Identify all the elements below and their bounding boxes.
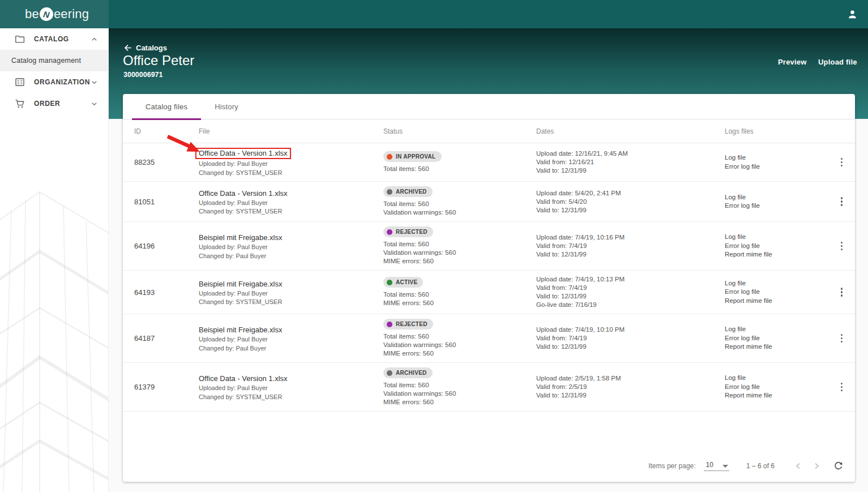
status-detail: Total items: 560 bbox=[383, 381, 536, 390]
log-file-link[interactable]: Log file bbox=[725, 153, 836, 162]
table-row[interactable]: 61379 Office Data - Version 1.xlsx Uploa… bbox=[123, 363, 855, 412]
date-line: Go-live date: 7/16/19 bbox=[536, 301, 725, 309]
refresh-button[interactable] bbox=[829, 457, 847, 475]
upload-file-button[interactable]: Upload file bbox=[816, 57, 860, 67]
status-badge: ACTIVE bbox=[383, 277, 423, 288]
log-file-link[interactable]: Log file bbox=[725, 279, 836, 288]
back-to-catalogs-link[interactable]: Catalogs bbox=[123, 44, 167, 52]
catalog-files-card: Catalog files History ID File Status Dat… bbox=[123, 94, 855, 482]
log-file-link[interactable]: Report mime file bbox=[725, 250, 836, 259]
uploaded-by: Uploaded by: Paul Buyer bbox=[199, 289, 383, 298]
table-row[interactable]: 64196 Beispiel mit Freigabe.xlsx Uploade… bbox=[123, 222, 855, 271]
changed-by: Changed by: Paul Buyer bbox=[199, 344, 383, 353]
sidebar-item-catalog-management[interactable]: Catalog management bbox=[0, 50, 108, 71]
chevron-down-icon bbox=[91, 79, 98, 86]
log-file-link[interactable]: Report mime file bbox=[725, 391, 836, 400]
date-line: Valid to: 12/31/99 bbox=[536, 166, 725, 175]
log-file-link[interactable]: Log file bbox=[725, 325, 836, 334]
kebab-menu-icon[interactable] bbox=[837, 194, 846, 209]
status-label: ACTIVE bbox=[396, 279, 417, 285]
page-size-select[interactable]: 10 bbox=[704, 461, 729, 471]
table-row[interactable]: 64193 Beispiel mit Freigabe.xlsx Uploade… bbox=[123, 271, 855, 314]
chevron-left-icon bbox=[794, 462, 802, 470]
table-row[interactable]: 81051 Office Data - Version 1.xlsx Uploa… bbox=[123, 182, 855, 222]
cart-icon bbox=[15, 99, 25, 109]
status-detail: Validation warrnings: 560 bbox=[383, 390, 536, 398]
status-badge: REJECTED bbox=[383, 226, 433, 237]
log-file-link[interactable]: Log file bbox=[725, 374, 836, 383]
sidebar-item-organization[interactable]: ORGANIZATION bbox=[0, 71, 108, 93]
date-line: Valid to: 12/31/99 bbox=[536, 391, 725, 400]
kebab-menu-icon[interactable] bbox=[837, 331, 846, 346]
tab-history[interactable]: History bbox=[201, 94, 252, 119]
file-name: Office Data - Version 1.xlsx bbox=[199, 189, 288, 198]
row-id: 64187 bbox=[134, 334, 199, 343]
status-detail: Total items: 560 bbox=[383, 165, 536, 173]
status-detail: MIME errors: 560 bbox=[383, 398, 536, 407]
status-detail: Total items: 560 bbox=[383, 200, 536, 208]
logo-text: eering bbox=[54, 7, 89, 22]
status-detail: MIME errors: 560 bbox=[383, 349, 536, 358]
file-name: Office Data - Version 1.xlsx bbox=[199, 374, 288, 383]
top-app-bar: beNeering bbox=[0, 0, 868, 28]
log-file-link[interactable]: Report mime file bbox=[725, 297, 836, 306]
table-row[interactable]: 88235 Office Data - Version 1.xlsx Uploa… bbox=[123, 143, 855, 182]
kebab-menu-icon[interactable] bbox=[837, 238, 846, 254]
account-person-icon[interactable] bbox=[847, 9, 858, 20]
kebab-menu-icon[interactable] bbox=[837, 284, 846, 300]
status-dot-icon bbox=[387, 229, 392, 235]
log-file-link[interactable]: Error log file bbox=[725, 202, 836, 211]
file-name: Beispiel mit Freigabe.xlsx bbox=[199, 326, 282, 334]
column-header-status: Status bbox=[383, 127, 536, 135]
log-file-link[interactable]: Error log file bbox=[725, 334, 836, 343]
log-file-link[interactable]: Report mime file bbox=[725, 343, 836, 352]
app-logo: beNeering bbox=[25, 7, 89, 22]
status-badge: ARCHIVED bbox=[383, 367, 433, 378]
log-file-link[interactable]: Error log file bbox=[725, 162, 836, 172]
column-header-file: File bbox=[199, 127, 383, 135]
tab-catalog-files[interactable]: Catalog files bbox=[132, 94, 201, 119]
sidebar-item-label: CATALOG bbox=[34, 35, 69, 43]
changed-by: Changed by: Paul Buyer bbox=[199, 252, 383, 260]
folder-icon bbox=[15, 34, 25, 44]
sidebar-item-order[interactable]: ORDER bbox=[0, 93, 108, 114]
breadcrumb-label: Catalogs bbox=[136, 44, 167, 52]
sidebar-item-catalog[interactable]: CATALOG bbox=[0, 28, 108, 50]
table-row[interactable]: 64187 Beispiel mit Freigabe.xlsx Uploade… bbox=[123, 314, 855, 363]
status-dot-icon bbox=[387, 189, 392, 195]
uploaded-by: Uploaded by: Paul Buyer bbox=[199, 160, 383, 168]
previous-page-button[interactable] bbox=[789, 457, 807, 475]
sidebar-item-label: ORDER bbox=[34, 100, 60, 108]
status-detail: Validation warrnings: 560 bbox=[383, 341, 536, 349]
log-file-link[interactable]: Error log file bbox=[725, 383, 836, 392]
changed-by: Changed by: SYSTEM_USER bbox=[199, 393, 383, 401]
log-file-link[interactable]: Log file bbox=[725, 233, 836, 242]
select-caret-icon bbox=[722, 465, 728, 468]
date-line: Upload date: 5/4/20, 2:41 PM bbox=[536, 189, 725, 198]
kebab-menu-icon[interactable] bbox=[837, 379, 846, 395]
status-badge: REJECTED bbox=[383, 319, 433, 330]
row-id: 64196 bbox=[134, 242, 199, 250]
date-line: Upload date: 7/4/19, 10:13 PM bbox=[536, 275, 725, 284]
log-file-link[interactable]: Error log file bbox=[725, 242, 836, 251]
date-line: Valid to: 12/31/99 bbox=[536, 343, 725, 351]
column-header-dates: Dates bbox=[536, 127, 725, 135]
file-name: Office Data - Version 1.xlsx bbox=[195, 148, 291, 159]
log-file-link[interactable]: Log file bbox=[725, 193, 836, 202]
log-file-link[interactable]: Error log file bbox=[725, 288, 836, 297]
status-dot-icon bbox=[387, 370, 392, 376]
date-line: Valid from: 7/4/19 bbox=[536, 242, 725, 250]
tab-bar: Catalog files History bbox=[123, 94, 855, 119]
date-line: Valid to: 12/31/99 bbox=[536, 206, 725, 215]
date-line: Upload date: 7/4/19, 10:10 PM bbox=[536, 326, 725, 334]
preview-button[interactable]: Preview bbox=[776, 57, 809, 67]
sidebar-subitem-label: Catalog management bbox=[11, 57, 81, 65]
kebab-menu-icon[interactable] bbox=[837, 155, 846, 170]
date-line: Valid from: 7/4/19 bbox=[536, 284, 725, 292]
date-line: Valid to: 12/31/99 bbox=[536, 292, 725, 301]
date-line: Valid from: 12/16/21 bbox=[536, 158, 725, 166]
status-detail: MIME errors: 560 bbox=[383, 257, 536, 266]
changed-by: Changed by: SYSTEM_USER bbox=[199, 169, 383, 177]
table-header: ID File Status Dates Logs files bbox=[123, 119, 855, 143]
next-page-button[interactable] bbox=[807, 457, 826, 475]
